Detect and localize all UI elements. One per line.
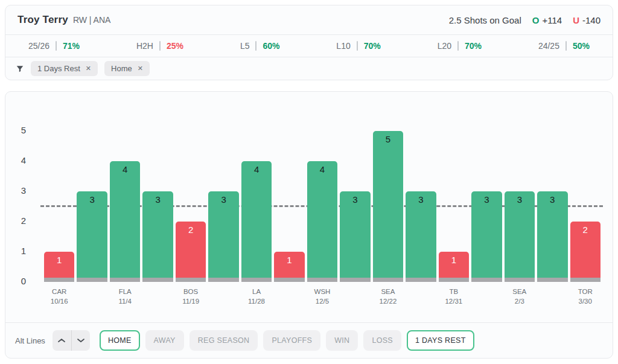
bar-value-label: 3	[208, 194, 238, 205]
shots-bar[interactable]: 4	[241, 161, 272, 282]
over-odds[interactable]: O +114	[532, 15, 562, 25]
stat-divider	[565, 41, 567, 51]
bar-value-label: 4	[241, 164, 272, 174]
chip-close-icon[interactable]: ✕	[138, 65, 143, 72]
bar-value-label: 3	[537, 194, 567, 205]
filter-chip[interactable]: 1 Days Rest ✕	[31, 61, 98, 76]
player-identity: Troy Terry RW | ANA	[18, 14, 110, 26]
bar-value-label: 2	[176, 225, 206, 235]
hit-rate-stats-row: 25/26 71% H2H 25% L5 60% L10 70% L20 70%…	[5, 34, 613, 57]
shots-bar[interactable]: 3	[505, 191, 535, 282]
bar-baseline-strip	[110, 278, 140, 282]
shots-bar[interactable]: 3	[406, 191, 436, 282]
shots-bar[interactable]: 5	[373, 131, 403, 282]
bar-baseline-strip	[77, 278, 107, 282]
line-down-button[interactable]	[71, 330, 90, 351]
prop-odds: 2.5 Shots on Goal O +114 U -140	[449, 15, 600, 25]
shots-bar[interactable]: 3	[142, 191, 173, 282]
shots-bar[interactable]: 1	[439, 252, 469, 282]
game-column: 3	[471, 92, 502, 282]
shots-bar[interactable]: 1	[274, 252, 304, 282]
filter-pill-1-days-rest[interactable]: 1 DAYS REST	[407, 330, 474, 351]
filter-pill-away[interactable]: AWAY	[145, 330, 184, 351]
stat-label: L20	[438, 41, 451, 51]
chip-close-icon[interactable]: ✕	[86, 65, 91, 72]
y-axis-tick: 3	[18, 185, 30, 196]
bar-value-label: 1	[439, 255, 469, 265]
active-filters-row: 1 Days Rest ✕ Home ✕	[5, 57, 613, 80]
shots-bar[interactable]: 4	[307, 161, 337, 282]
bar-baseline-strip	[471, 278, 502, 282]
alt-line-stepper	[53, 330, 90, 351]
stat-value: 70%	[465, 41, 482, 51]
bar-baseline-strip	[570, 278, 600, 282]
bar-baseline-strip	[176, 278, 206, 282]
bar-baseline-strip	[406, 278, 436, 282]
bar-value-label: 3	[406, 194, 436, 205]
game-column: 2 BOS11/19	[176, 92, 206, 282]
player-position-team: RW | ANA	[73, 15, 111, 25]
bar-value-label: 3	[142, 194, 173, 205]
hit-rate-stat: 25/26 71%	[28, 41, 80, 51]
shots-bar[interactable]: 3	[471, 191, 502, 282]
game-column: 5 SEA12/22	[373, 92, 403, 282]
shots-bar[interactable]: 3	[77, 191, 107, 282]
under-odds-value: -140	[582, 15, 600, 25]
x-axis-label: SEA12/22	[366, 287, 410, 306]
x-axis-label: BOS11/19	[168, 287, 213, 306]
filter-chip-label: Home	[111, 64, 132, 73]
stat-divider	[56, 41, 57, 51]
x-axis-label: FLA11/4	[103, 287, 147, 306]
filter-pill-home[interactable]: HOME	[100, 330, 140, 351]
x-axis-label: CAR10/16	[37, 287, 81, 306]
game-column: 3	[406, 92, 436, 282]
shots-bar[interactable]: 2	[570, 222, 600, 282]
shots-bar[interactable]: 3	[340, 191, 370, 282]
over-odds-value: +114	[542, 15, 562, 25]
bar-value-label: 3	[77, 194, 107, 205]
filter-pill-playoffs[interactable]: PLAYOFFS	[263, 330, 320, 351]
shots-bar[interactable]: 1	[44, 252, 74, 282]
filter-chip-label: 1 Days Rest	[37, 64, 80, 73]
stat-divider	[255, 41, 256, 51]
filter-pill-win[interactable]: WIN	[326, 330, 358, 351]
chevron-up-icon	[58, 338, 65, 343]
shots-bar[interactable]: 3	[208, 191, 238, 282]
y-axis-tick: 4	[18, 155, 30, 165]
game-column: 2 TOR3/30	[570, 92, 600, 282]
plot-area: 1 CAR10/16 3 4 FLA11/4 3 2 BOS11/19	[44, 92, 600, 282]
hit-rate-stat: 24/25 50%	[538, 41, 590, 51]
shots-bar[interactable]: 2	[176, 222, 206, 282]
filter-funnel-icon	[16, 65, 24, 73]
stat-label: 24/25	[538, 41, 559, 51]
game-column: 1 CAR10/16	[44, 92, 74, 282]
stat-divider	[457, 41, 459, 51]
stat-value: 70%	[364, 41, 381, 51]
stat-value: 50%	[573, 41, 590, 51]
filter-pill-loss[interactable]: LOSS	[363, 330, 401, 351]
stat-label: H2H	[136, 41, 153, 51]
x-axis-label: SEA2/3	[497, 287, 542, 306]
alt-lines-label: Alt Lines	[15, 336, 45, 345]
hit-rate-stat: L5 60%	[240, 41, 280, 51]
x-axis-label: TOR3/30	[563, 287, 608, 306]
filter-pills: HOMEAWAYREG SEASONPLAYOFFSWINLOSS1 DAYS …	[96, 330, 474, 351]
bar-value-label: 1	[44, 255, 74, 265]
line-up-button[interactable]	[53, 330, 71, 351]
game-column: 3	[142, 92, 173, 282]
bar-value-label: 4	[307, 164, 337, 174]
hit-rate-stat: H2H 25%	[136, 41, 183, 51]
bar-value-label: 3	[505, 194, 535, 205]
filter-chip[interactable]: Home ✕	[104, 61, 150, 76]
shots-bar[interactable]: 3	[537, 191, 567, 282]
shots-bar[interactable]: 4	[110, 161, 140, 282]
bar-baseline-strip	[439, 278, 469, 282]
player-prop-card: Troy Terry RW | ANA 2.5 Shots on Goal O …	[5, 5, 613, 80]
x-axis-label: WSH12/5	[300, 287, 345, 306]
filter-pill-reg-season[interactable]: REG SEASON	[190, 330, 258, 351]
prop-line-label: 2.5 Shots on Goal	[449, 15, 521, 25]
under-odds[interactable]: U -140	[573, 15, 600, 25]
stat-value: 71%	[63, 41, 80, 51]
y-axis-tick: 1	[18, 246, 30, 256]
bar-value-label: 2	[570, 225, 600, 235]
